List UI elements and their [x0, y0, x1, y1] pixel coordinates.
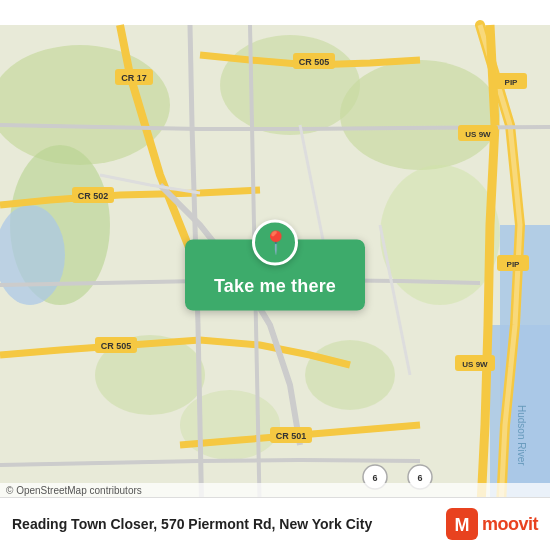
copyright-bar: © OpenStreetMap contributors: [0, 483, 550, 498]
svg-text:6: 6: [372, 473, 377, 483]
info-bar: Reading Town Closer, 570 Piermont Rd, Ne…: [0, 497, 550, 550]
svg-text:CR 505: CR 505: [299, 57, 330, 67]
attribution-text: © OpenStreetMap contributors: [6, 485, 142, 496]
svg-text:CR 505: CR 505: [101, 341, 132, 351]
svg-text:US 9W: US 9W: [462, 360, 488, 369]
svg-point-3: [220, 35, 360, 135]
svg-text:CR 502: CR 502: [78, 191, 109, 201]
moovit-logo: M moovit: [446, 508, 538, 540]
svg-text:CR 501: CR 501: [276, 431, 307, 441]
location-pin: 📍: [262, 232, 289, 254]
map-container: Hudson River: [0, 0, 550, 550]
svg-point-7: [180, 390, 280, 460]
moovit-brand-name: moovit: [482, 514, 538, 535]
svg-text:PIP: PIP: [507, 260, 521, 269]
button-label: Take me there: [194, 266, 356, 311]
moovit-logo-svg: M: [446, 508, 478, 540]
location-name: Reading Town Closer, 570 Piermont Rd, Ne…: [12, 516, 372, 532]
map-pin-icon: 📍: [252, 220, 298, 266]
take-me-there-button[interactable]: 📍 Take me there: [185, 240, 365, 311]
svg-text:M: M: [454, 515, 469, 535]
svg-text:PIP: PIP: [505, 78, 519, 87]
svg-text:Hudson River: Hudson River: [516, 405, 527, 466]
svg-point-4: [340, 60, 500, 170]
location-info: Reading Town Closer, 570 Piermont Rd, Ne…: [12, 516, 372, 532]
svg-text:6: 6: [417, 473, 422, 483]
svg-text:CR 17: CR 17: [121, 73, 147, 83]
svg-text:US 9W: US 9W: [465, 130, 491, 139]
svg-point-8: [305, 340, 395, 410]
